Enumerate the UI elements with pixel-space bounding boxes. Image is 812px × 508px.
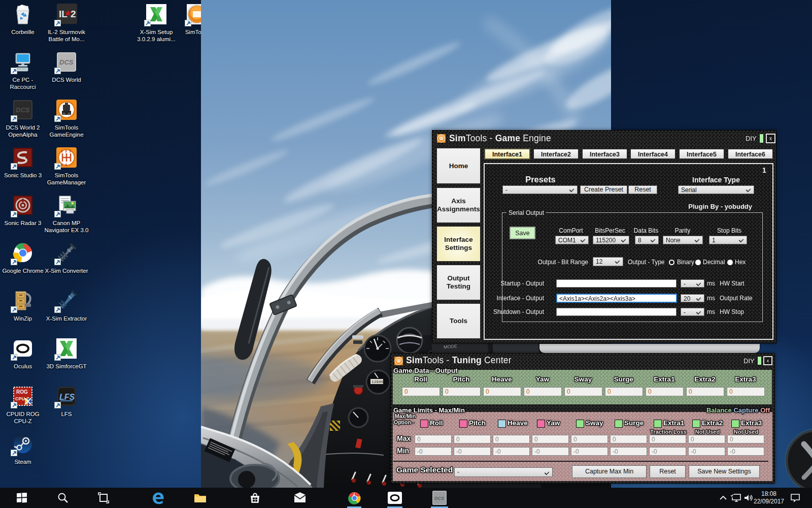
svg-text:12800: 12800 <box>371 379 384 384</box>
svg-text:4: 4 <box>65 163 67 167</box>
svg-text:2: 2 <box>71 9 76 19</box>
svg-text:2: 2 <box>61 163 63 167</box>
svg-text:MODE: MODE <box>444 343 458 350</box>
svg-text:5: 5 <box>69 149 71 153</box>
svg-text:3: 3 <box>65 149 67 153</box>
svg-text:DCS: DCS <box>16 106 30 114</box>
svg-text:1: 1 <box>61 149 63 153</box>
svg-text:DCS: DCS <box>59 58 74 66</box>
svg-text:LFS: LFS <box>59 393 75 401</box>
svg-text:ROG: ROG <box>16 389 28 395</box>
svg-text:DCS: DCS <box>434 496 444 501</box>
svg-text:IL: IL <box>59 9 67 19</box>
